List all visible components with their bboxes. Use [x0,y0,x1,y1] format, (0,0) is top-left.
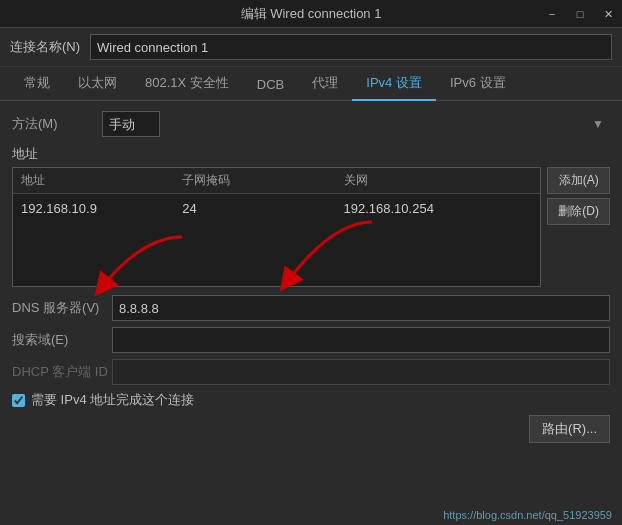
connection-name-row: 连接名称(N) [0,28,622,67]
tab-ethernet[interactable]: 以太网 [64,67,131,101]
title-bar: 编辑 Wired connection 1 − □ ✕ [0,0,622,28]
connection-name-label: 连接名称(N) [10,38,80,56]
connection-name-input[interactable] [90,34,612,60]
tab-ipv4[interactable]: IPv4 设置 [352,67,436,101]
tabs-bar: 常规 以太网 802.1X 安全性 DCB 代理 IPv4 设置 IPv6 设置 [0,67,622,101]
tab-general[interactable]: 常规 [10,67,64,101]
dns-label: DNS 服务器(V) [12,299,112,317]
add-address-button[interactable]: 添加(A) [547,167,610,194]
cell-address: 192.168.10.9 [13,198,174,219]
require-ipv4-label: 需要 IPv4 地址完成这个连接 [31,391,194,409]
dhcp-client-id-label: DHCP 客户端 ID [12,363,112,381]
tab-ipv6[interactable]: IPv6 设置 [436,67,520,101]
tab-dcb[interactable]: DCB [243,70,298,101]
content-area: 方法(M) 手动 ▼ 地址 地址 子网掩码 关网 192.168.10.9 [0,101,622,453]
tab-8021x[interactable]: 802.1X 安全性 [131,67,243,101]
bottom-row: 路由(R)... [12,415,610,443]
address-area: 地址 子网掩码 关网 192.168.10.9 24 192.168.10.25… [12,167,541,287]
footer-url: https://blog.csdn.net/qq_51923959 [443,509,612,521]
dhcp-client-id-row: DHCP 客户端 ID [12,359,610,385]
address-section-title: 地址 [12,145,610,163]
require-ipv4-checkbox[interactable] [12,394,25,407]
maximize-button[interactable]: □ [566,0,594,28]
col-gateway: 关网 [336,168,541,193]
cell-subnet: 24 [174,198,335,219]
dns-row: DNS 服务器(V) [12,295,610,321]
address-table-container: 地址 子网掩码 关网 192.168.10.9 24 192.168.10.25… [12,167,610,287]
search-domain-input[interactable] [112,327,610,353]
method-select[interactable]: 手动 [102,111,160,137]
delete-address-button[interactable]: 删除(D) [547,198,610,225]
close-button[interactable]: ✕ [594,0,622,28]
col-address: 地址 [13,168,174,193]
search-domain-row: 搜索域(E) [12,327,610,353]
table-row[interactable]: 192.168.10.9 24 192.168.10.254 [13,194,540,223]
dhcp-client-id-input [112,359,610,385]
address-table: 地址 子网掩码 关网 192.168.10.9 24 192.168.10.25… [12,167,541,287]
address-section: 地址 地址 子网掩码 关网 192.168.10.9 24 192.168.10… [12,145,610,287]
address-table-header: 地址 子网掩码 关网 [13,168,540,194]
search-domain-label: 搜索域(E) [12,331,112,349]
method-row: 方法(M) 手动 ▼ [12,111,610,137]
select-arrow-icon: ▼ [592,117,604,131]
method-select-wrapper: 手动 ▼ [102,111,610,137]
tab-proxy[interactable]: 代理 [298,67,352,101]
minimize-button[interactable]: − [538,0,566,28]
dns-input[interactable] [112,295,610,321]
dns-section: DNS 服务器(V) 搜索域(E) DHCP 客户端 ID [12,295,610,385]
col-subnet: 子网掩码 [174,168,335,193]
require-ipv4-row: 需要 IPv4 地址完成这个连接 [12,391,610,409]
window-title: 编辑 Wired connection 1 [241,5,382,23]
cell-gateway: 192.168.10.254 [336,198,541,219]
method-label: 方法(M) [12,115,102,133]
route-button[interactable]: 路由(R)... [529,415,610,443]
address-action-buttons: 添加(A) 删除(D) [547,167,610,287]
window-controls: − □ ✕ [538,0,622,28]
